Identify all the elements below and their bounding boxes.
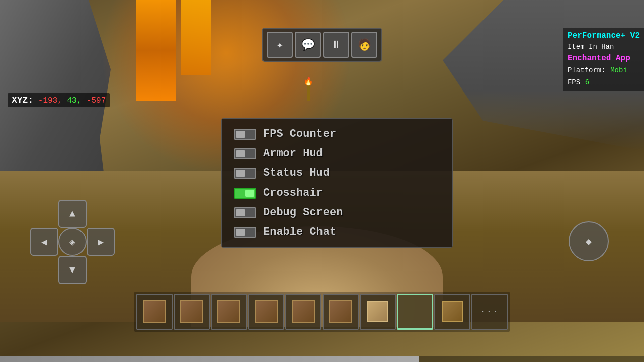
perf-overlay: PerFormance+ V2 Item In Han Enchanted Ap…: [564, 28, 644, 90]
dpad-center-button[interactable]: ◈: [58, 228, 87, 256]
hotbar: ···: [134, 292, 510, 332]
crosshair-toggle[interactable]: [234, 188, 256, 199]
hotbar-slot-8-active[interactable]: [397, 294, 433, 330]
lava-block-2: [181, 0, 211, 75]
dirt-block-3: [217, 300, 240, 323]
hotbar-slot-2[interactable]: [174, 294, 210, 330]
perf-fps-line: FPS 6: [568, 76, 640, 88]
armor-hud-toggle[interactable]: [234, 148, 256, 159]
hotbar-slot-3[interactable]: [211, 294, 247, 330]
y-coordinate: 43,: [67, 96, 82, 105]
dirt-block-1: [143, 300, 166, 323]
cursor-button[interactable]: ✦: [267, 32, 293, 58]
dpad-left: ▲ ◀ ◈ ▶ ▼: [30, 200, 115, 284]
crosshair-item[interactable]: Crosshair: [234, 187, 440, 199]
hotbar-more-button[interactable]: ···: [471, 294, 508, 330]
player-button[interactable]: 🧑: [351, 32, 377, 58]
hotbar-slot-7[interactable]: [360, 294, 396, 330]
crosshair-label: Crosshair: [263, 187, 323, 199]
status-hud-toggle[interactable]: [234, 168, 256, 179]
hotbar-slot-6[interactable]: [323, 294, 359, 330]
status-hud-label: Status Hud: [263, 167, 330, 179]
enable-chat-toggle[interactable]: [234, 227, 256, 238]
perf-platform-val: Mobi: [610, 66, 627, 74]
enable-chat-item[interactable]: Enable Chat: [234, 226, 440, 238]
dots-icon: ···: [480, 307, 499, 317]
perf-platform: Platform: Mobi: [568, 64, 640, 76]
chat-button[interactable]: 💬: [295, 32, 321, 58]
x-coordinate: -193,: [38, 96, 62, 105]
dpad-up-button[interactable]: ▲: [58, 200, 87, 228]
xyz-display: XYZ: -193, 43, -597: [8, 93, 110, 107]
xyz-label: XYZ:: [12, 95, 33, 105]
fps-counter-item[interactable]: FPS Counter: [234, 128, 440, 140]
armor-hud-label: Armor Hud: [263, 147, 323, 160]
hotbar-slot-9[interactable]: [434, 294, 470, 330]
pause-button[interactable]: ⏸: [323, 32, 349, 58]
perf-enchanted: Enchanted App: [568, 52, 640, 64]
armor-hud-item[interactable]: Armor Hud: [234, 147, 440, 160]
debug-screen-item[interactable]: Debug Screen: [234, 206, 440, 219]
debug-screen-toggle[interactable]: [234, 207, 256, 218]
z-coordinate: -597: [87, 96, 106, 105]
dpad-down-button[interactable]: ▼: [58, 256, 87, 284]
top-toolbar: ✦ 💬 ⏸ 🧑: [262, 28, 382, 62]
lava-block-1: [136, 0, 176, 101]
hotbar-slot-4[interactable]: [248, 294, 284, 330]
perf-fps-label: FPS: [568, 78, 580, 86]
dirt-block-4: [255, 300, 278, 323]
dpad-right-button[interactable]: ▶: [87, 228, 115, 256]
status-hud-item[interactable]: Status Hud: [234, 167, 440, 179]
dpad-right-center-button[interactable]: ◆: [569, 221, 609, 261]
perf-platform-label: Platform:: [568, 66, 606, 74]
sand-block: [367, 301, 388, 322]
perf-item-in-hand: Item In Han: [568, 42, 640, 52]
dpad-right: ◆: [569, 221, 609, 261]
progress-fill: [0, 356, 419, 362]
fps-counter-label: FPS Counter: [263, 128, 336, 140]
dirt-block-5: [292, 300, 315, 323]
hotbar-slot-5[interactable]: [285, 294, 321, 330]
perf-fps-val: 6: [585, 78, 589, 86]
fps-counter-toggle[interactable]: [234, 129, 256, 140]
perf-title: PerFormance+ V2: [568, 30, 640, 42]
dirt-block-6: [329, 300, 352, 323]
progress-bar: [0, 356, 644, 362]
dirt-light-block: [442, 301, 463, 322]
torch: [307, 85, 310, 101]
debug-screen-label: Debug Screen: [263, 206, 343, 219]
dirt-block-2: [180, 300, 203, 323]
dpad-left-button[interactable]: ◀: [30, 228, 58, 256]
settings-menu: FPS Counter Armor Hud Status Hud Crossha…: [221, 118, 453, 248]
hotbar-slot-1[interactable]: [136, 294, 173, 330]
enable-chat-label: Enable Chat: [263, 226, 336, 238]
